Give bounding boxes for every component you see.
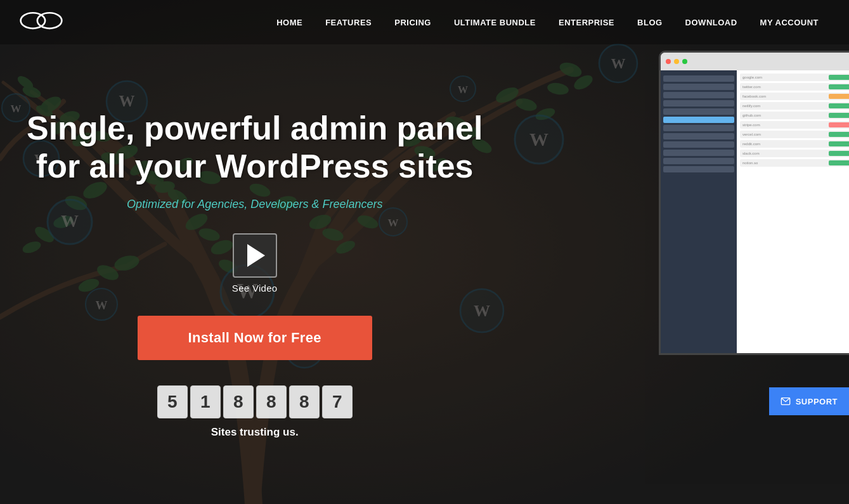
counter-digit: 1 [190,385,221,418]
see-video-label: See Video [232,283,278,294]
screen-content: google.com twitter.com facebook.com netl… [661,70,849,353]
counter-digit: 8 [256,385,287,418]
install-button[interactable]: Install Now for Free [138,316,372,360]
hero-content: Single, powerful admin panel for all you… [0,0,509,504]
svg-point-84 [37,13,62,29]
dot-yellow [674,59,679,64]
screen-inner: google.com twitter.com facebook.com netl… [661,53,849,353]
counter-digit: 8 [289,385,320,418]
counter-digits: 518887 [157,385,353,418]
screen-topbar [661,53,849,70]
video-button-wrap: See Video [232,233,278,294]
screen-sidebar [661,70,737,353]
nav-link-pricing[interactable]: PRICING [383,18,443,27]
counter-digit: 7 [322,385,353,418]
nav-links: HOMEFEATURESPRICINGULTIMATE BUNDLEENTERP… [265,16,830,28]
screen-main: google.com twitter.com facebook.com netl… [737,70,849,353]
dot-red [666,59,671,64]
nav-link-home[interactable]: HOME [265,18,314,27]
dot-green [682,59,687,64]
screen-row: vercel.com [740,131,849,138]
screen-row: github.com [740,112,849,119]
nav-link-blog[interactable]: BLOG [626,18,674,27]
counter-digit: 8 [223,385,254,418]
logo[interactable] [19,5,63,39]
nav-link-download[interactable]: DOWNLOAD [674,18,749,27]
play-icon [247,244,265,267]
laptop-screen: google.com twitter.com facebook.com netl… [659,51,849,355]
screenshot-area: google.com twitter.com facebook.com netl… [493,44,849,504]
counter-section: 518887 Sites trusting us. [157,385,353,439]
nav-link-ultimate-bundle[interactable]: ULTIMATE BUNDLE [443,18,547,27]
screen-row: slack.com [740,150,849,157]
screen-row: notion.so [740,159,849,167]
support-label: SUPPORT [796,397,838,406]
nav-link-enterprise[interactable]: ENTERPRISE [547,18,626,27]
screen-row: google.com [740,74,849,81]
screen-row: reddit.com [740,140,849,148]
hero-title: Single, powerful admin panel for all you… [19,110,490,186]
screen-row: stripe.com [740,121,849,129]
nav-link-my-account[interactable]: MY ACCOUNT [749,18,830,27]
counter-label: Sites trusting us. [211,426,299,439]
hero-subtitle: Optimized for Agencies, Developers & Fre… [127,198,383,211]
screen-row: facebook.com [740,93,849,100]
nav-link-features[interactable]: FEATURES [314,18,383,27]
video-play-button[interactable] [233,233,277,278]
logo-icon [19,5,63,37]
navbar: HOMEFEATURESPRICINGULTIMATE BUNDLEENTERP… [0,0,849,44]
screen-row: twitter.com [740,83,849,91]
counter-digit: 5 [157,385,188,418]
envelope-icon [781,396,791,406]
support-button[interactable]: SUPPORT [769,387,849,415]
screen-row: netlify.com [740,102,849,110]
